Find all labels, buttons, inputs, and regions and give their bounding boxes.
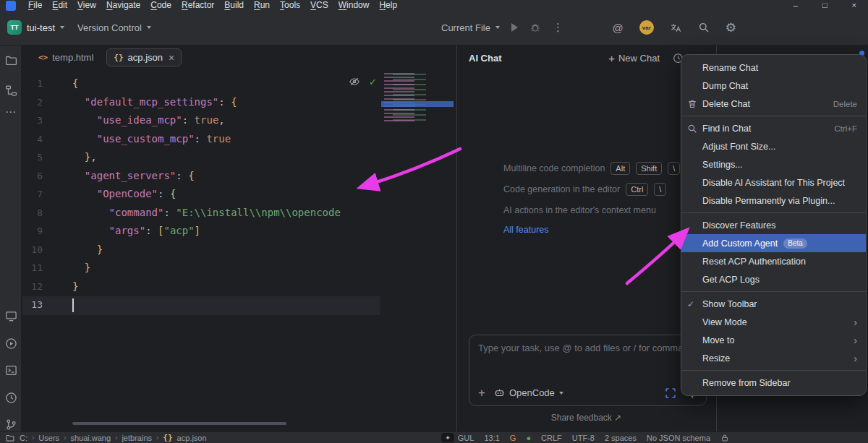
code-line-12[interactable]: 12}: [22, 278, 456, 297]
line-number[interactable]: 6: [22, 171, 43, 181]
search-icon[interactable]: [698, 22, 710, 33]
line-number[interactable]: 8: [22, 207, 43, 218]
breadcrumb-item[interactable]: C:: [20, 434, 27, 442]
run-configuration-selector[interactable]: Current File: [441, 22, 500, 33]
screenshot-frame-icon[interactable]: [665, 387, 676, 399]
menu-item-remove-from-sidebar[interactable]: Remove from Sidebar: [681, 374, 866, 392]
git-branch-icon[interactable]: [2, 416, 20, 433]
tab-acp-json[interactable]: {}acp.json×: [106, 48, 182, 66]
code-line-5[interactable]: 5 },: [22, 149, 456, 168]
status-gul[interactable]: ✦GUL: [441, 433, 474, 442]
folder-icon[interactable]: [2, 51, 20, 69]
chat-input-box[interactable]: + OpenCode: [469, 335, 707, 406]
code-line-3[interactable]: 3 "use_idea_mcp": true,: [22, 112, 456, 131]
line-number[interactable]: 5: [22, 152, 43, 163]
line-number[interactable]: 3: [22, 115, 43, 126]
translate-icon[interactable]: [670, 22, 682, 34]
menu-refactor[interactable]: Refactor: [176, 0, 219, 10]
line-number[interactable]: 7: [22, 189, 43, 199]
code-line-7[interactable]: 7 "OpenCode": {: [22, 186, 456, 205]
menu-item-discover-features[interactable]: Discover Features: [681, 216, 866, 234]
horizontal-scrollbar[interactable]: [72, 422, 286, 425]
status-utf-8[interactable]: UTF-8: [572, 434, 595, 442]
menu-item-dump-chat[interactable]: Dump Chat: [681, 77, 866, 95]
menu-item-settings[interactable]: Settings...: [681, 155, 866, 173]
menu-item-view-mode[interactable]: View Mode›: [681, 313, 866, 331]
menu-run[interactable]: Run: [249, 0, 275, 10]
line-number[interactable]: 2: [22, 97, 43, 108]
tab-temp-html[interactable]: <>temp.html: [31, 48, 101, 66]
agent-selector[interactable]: OpenCode: [494, 387, 563, 398]
maximize-button[interactable]: □: [822, 1, 827, 9]
code-editor[interactable]: 1{2 "default_mcp_settings": {3 "use_idea…: [22, 75, 456, 315]
menu-item-get-acp-logs[interactable]: Get ACP Logs: [681, 270, 866, 288]
project-selector[interactable]: TT tui-test: [7, 20, 64, 35]
status-2-spaces[interactable]: 2 spaces: [605, 434, 637, 442]
all-features-link[interactable]: All features: [503, 225, 549, 235]
run-button[interactable]: [511, 23, 518, 32]
line-number[interactable]: 12: [22, 281, 43, 292]
more-icon[interactable]: ⋯: [2, 103, 20, 121]
chat-text-input[interactable]: [478, 343, 697, 353]
attach-plus-icon[interactable]: +: [478, 387, 485, 399]
breadcrumb-file[interactable]: acp.json: [177, 434, 207, 442]
code-line-13[interactable]: 13: [22, 296, 380, 315]
menu-edit[interactable]: Edit: [47, 0, 72, 10]
menu-item-show-toolbar[interactable]: ✓Show Toolbar: [681, 295, 866, 313]
monitor-icon[interactable]: [2, 307, 20, 324]
breadcrumb-item[interactable]: Users: [38, 434, 59, 442]
status-no-json-schema[interactable]: No JSON schema: [647, 434, 710, 442]
menu-item-find-in-chat[interactable]: Find in ChatCtrl+F: [681, 119, 866, 137]
settings-gear-icon[interactable]: ⚙: [726, 22, 736, 34]
share-feedback-link[interactable]: Share feedback ↗: [457, 413, 715, 423]
line-number[interactable]: 4: [22, 134, 43, 145]
new-chat-button[interactable]: + New Chat: [608, 53, 660, 64]
breadcrumb-item[interactable]: jetbrains: [122, 434, 152, 442]
menu-view[interactable]: View: [72, 0, 101, 10]
menu-code[interactable]: Code: [145, 0, 176, 10]
line-number[interactable]: 11: [22, 262, 43, 273]
code-line-8[interactable]: 8 "command": "E:\\install\\npm\\opencode: [22, 205, 456, 223]
status-green-status-dot[interactable]: ●: [526, 434, 531, 442]
menu-item-reset-acp-authentication[interactable]: Reset ACP Authentication: [681, 252, 866, 270]
menu-vcs[interactable]: VCS: [305, 0, 333, 10]
code-line-4[interactable]: 4 "use_custom_mcp": true: [22, 131, 456, 150]
status-crlf[interactable]: CRLF: [541, 434, 562, 442]
var-plugin-badge[interactable]: var: [639, 20, 654, 35]
code-line-10[interactable]: 10 }: [22, 241, 456, 260]
menu-item-rename-chat[interactable]: Rename Chat: [681, 59, 866, 77]
menu-item-adjust-font-size[interactable]: Adjust Font Size...: [681, 137, 866, 155]
menu-item-add-custom-agent[interactable]: Add Custom AgentBeta: [681, 234, 866, 252]
status-g-indicator[interactable]: G: [510, 434, 516, 442]
code-line-6[interactable]: 6 "agent_servers": {: [22, 168, 456, 186]
close-tab-icon[interactable]: ×: [169, 53, 174, 63]
code-line-1[interactable]: 1{: [22, 75, 456, 94]
line-number[interactable]: 9: [22, 225, 43, 236]
code-line-2[interactable]: 2 "default_mcp_settings": {: [22, 94, 456, 113]
code-line-9[interactable]: 9 "args": ["acp"]: [22, 223, 456, 241]
mentions-icon[interactable]: @: [613, 22, 624, 34]
history-icon[interactable]: [2, 389, 20, 406]
line-number[interactable]: 10: [22, 244, 43, 255]
menu-item-disable-permanently-via-plugin[interactable]: Disable Permanently via Plugin...: [681, 192, 866, 210]
menu-build[interactable]: Build: [219, 0, 249, 10]
menu-item-resize[interactable]: Resize›: [681, 349, 866, 367]
minimize-button[interactable]: –: [793, 1, 798, 9]
structure-icon[interactable]: [2, 82, 20, 99]
menu-item-move-to[interactable]: Move to›: [681, 331, 866, 349]
version-control-selector[interactable]: Version Control: [77, 22, 151, 33]
menu-item-disable-ai-assistant-for-this-project[interactable]: Disable AI Assistant for This Project: [681, 173, 866, 192]
run-icon[interactable]: [2, 335, 20, 352]
close-button[interactable]: ×: [852, 1, 856, 9]
menu-item-delete-chat[interactable]: Delete ChatDelete: [681, 95, 866, 113]
line-number[interactable]: 1: [22, 78, 43, 89]
code-line-11[interactable]: 11 }: [22, 259, 456, 278]
menu-file[interactable]: File: [23, 0, 47, 10]
terminal-icon[interactable]: [2, 361, 20, 379]
breadcrumb-item[interactable]: shuai.wang: [70, 434, 111, 442]
status-13-1[interactable]: 13:1: [484, 434, 499, 442]
menu-window[interactable]: Window: [333, 0, 375, 10]
status-lock[interactable]: [720, 434, 729, 442]
menu-help[interactable]: Help: [374, 0, 402, 10]
menu-navigate[interactable]: Navigate: [101, 0, 145, 10]
